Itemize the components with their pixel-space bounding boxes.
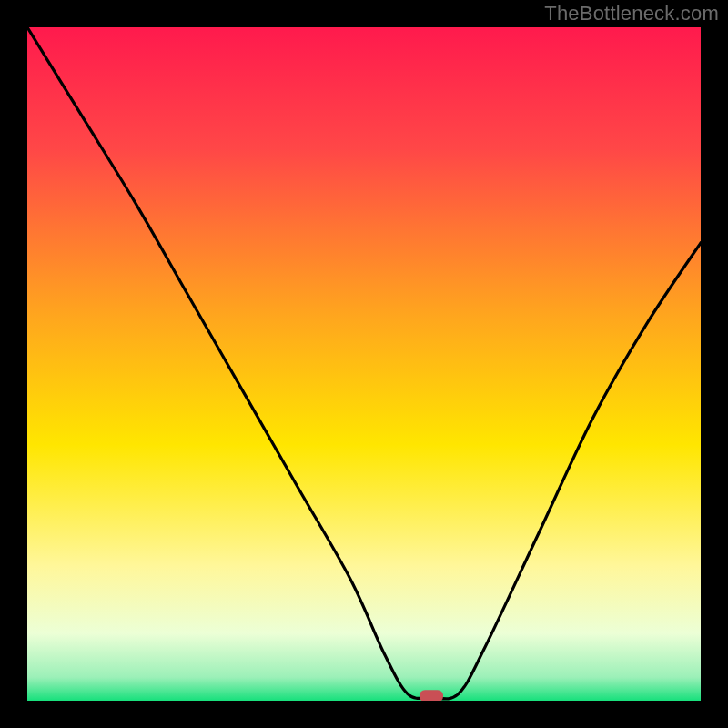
bottleneck-curve-chart [27, 27, 701, 701]
chart-frame: TheBottleneck.com [0, 0, 728, 728]
optimum-marker [420, 690, 443, 701]
plot-area [27, 27, 701, 701]
gradient-background [27, 27, 701, 701]
watermark-text: TheBottleneck.com [544, 2, 719, 25]
